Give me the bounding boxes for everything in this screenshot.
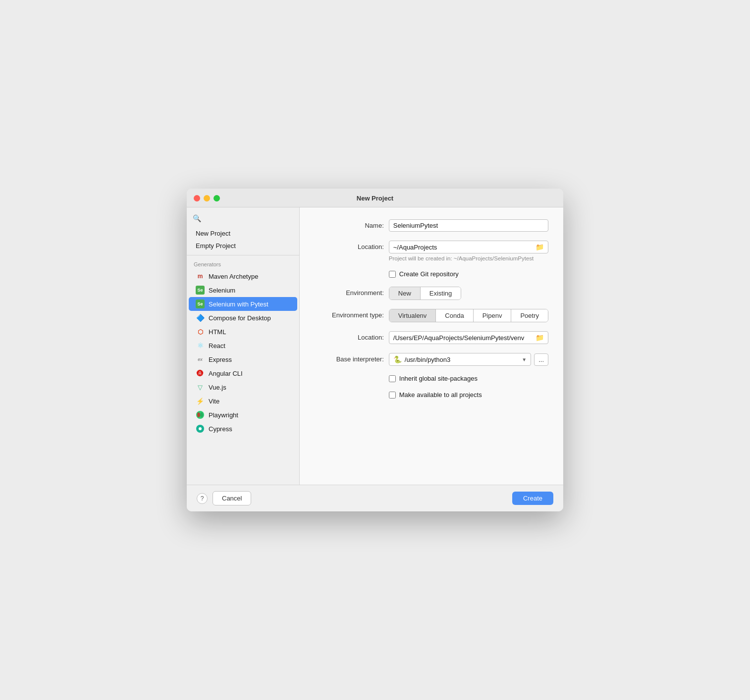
vue-label: Vue.js — [209, 384, 226, 391]
cypress-icon — [196, 424, 205, 433]
svg-point-2 — [200, 412, 203, 417]
sidebar-item-playwright[interactable]: Playwright — [189, 408, 297, 422]
html-icon: ⬡ — [196, 327, 205, 336]
sidebar-item-express[interactable]: ex Express — [189, 352, 297, 366]
interpreter-more-button[interactable]: ... — [534, 353, 548, 366]
env-new-button[interactable]: New — [389, 287, 421, 300]
make-available-row: Make available to all projects — [389, 391, 548, 399]
env-type-pipenv[interactable]: Pipenv — [474, 309, 512, 322]
sidebar-item-new-project[interactable]: New Project — [189, 227, 297, 240]
react-icon: ⚛ — [196, 341, 205, 350]
search-icon: 🔍 — [193, 214, 201, 222]
name-row: Name: — [315, 219, 548, 232]
environment-control: New Existing — [389, 287, 548, 300]
vite-icon: ⚡ — [196, 397, 205, 405]
sidebar-item-empty-project[interactable]: Empty Project — [189, 240, 297, 252]
location-folder-button[interactable]: 📁 — [532, 241, 548, 253]
sidebar-item-cypress[interactable]: Cypress — [189, 422, 297, 436]
new-project-label: New Project — [196, 230, 230, 237]
express-label: Express — [209, 356, 232, 363]
chevron-down-icon: ▼ — [522, 357, 527, 362]
close-button[interactable] — [194, 195, 200, 201]
search-wrap[interactable]: 🔍 — [193, 214, 293, 222]
make-available-label: Make available to all projects — [399, 391, 482, 399]
help-button[interactable]: ? — [197, 493, 208, 504]
maven-label: Maven Archetype — [209, 273, 258, 280]
svg-point-4 — [199, 427, 202, 430]
environment-row: Environment: New Existing — [315, 287, 548, 300]
sidebar-item-compose-for-desktop[interactable]: 🔷 Compose for Desktop — [189, 311, 297, 325]
make-available-checkbox[interactable] — [389, 392, 396, 399]
generators-label: Generators — [187, 257, 299, 269]
base-interpreter-row: Base interpreter: 🐍 /usr/bin/python3 ▼ .… — [315, 353, 548, 366]
footer-left: ? Cancel — [197, 491, 251, 505]
create-git-checkbox[interactable] — [389, 271, 396, 278]
dialog-title: New Project — [357, 195, 393, 202]
selenium-label: Selenium — [209, 287, 235, 294]
name-label: Name: — [315, 219, 384, 229]
footer: ? Cancel Create — [187, 485, 563, 511]
env-location-control: 📁 — [389, 331, 548, 344]
environment-toggle: New Existing — [389, 287, 462, 300]
env-location-input-wrap: 📁 — [389, 331, 548, 344]
location-label: Location: — [315, 241, 384, 250]
express-icon: ex — [196, 355, 205, 364]
location-row: Location: 📁 Project will be created in: … — [315, 241, 548, 261]
sidebar-item-maven-archetype[interactable]: m Maven Archetype — [189, 269, 297, 283]
maven-icon: m — [196, 272, 205, 281]
env-type-control: Virtualenv Conda Pipenv Poetry — [389, 309, 548, 322]
sidebar-top-section: New Project Empty Project — [187, 227, 299, 255]
interpreter-select[interactable]: 🐍 /usr/bin/python3 ▼ — [389, 353, 531, 366]
maximize-button[interactable] — [214, 195, 220, 201]
sidebar-item-react[interactable]: ⚛ React — [189, 339, 297, 352]
search-bar: 🔍 — [187, 212, 299, 227]
traffic-lights — [194, 195, 220, 201]
html-label: HTML — [209, 328, 226, 336]
environment-label: Environment: — [315, 287, 384, 297]
sidebar-item-html[interactable]: ⬡ HTML — [189, 325, 297, 339]
env-existing-button[interactable]: Existing — [421, 287, 461, 300]
env-type-conda[interactable]: Conda — [436, 309, 473, 322]
env-location-folder-button[interactable]: 📁 — [532, 332, 548, 344]
name-input[interactable] — [389, 219, 548, 232]
create-git-row: Create Git repository — [389, 270, 548, 278]
inherit-checkbox[interactable] — [389, 375, 396, 382]
cypress-label: Cypress — [209, 425, 232, 433]
name-control — [389, 219, 548, 232]
main-content: 🔍 New Project Empty Project Generators m… — [187, 207, 563, 485]
env-type-label: Environment type: — [315, 309, 384, 319]
location-input[interactable] — [389, 242, 532, 253]
svg-point-1 — [197, 412, 200, 417]
sidebar: 🔍 New Project Empty Project Generators m… — [187, 207, 300, 485]
env-type-poetry[interactable]: Poetry — [511, 309, 548, 322]
playwright-label: Playwright — [209, 411, 238, 419]
sidebar-item-selenium[interactable]: Se Selenium — [189, 283, 297, 297]
location-control: 📁 Project will be created in: ~/AquaProj… — [389, 241, 548, 261]
selenium-icon: Se — [196, 286, 205, 295]
vue-icon: ▽ — [196, 383, 205, 392]
sidebar-item-selenium-with-pytest[interactable]: Se Selenium with Pytest — [189, 297, 297, 311]
create-button[interactable]: Create — [512, 492, 553, 505]
sidebar-item-vue-js[interactable]: ▽ Vue.js — [189, 380, 297, 394]
create-git-label: Create Git repository — [399, 270, 459, 278]
env-type-row: Environment type: Virtualenv Conda Pipen… — [315, 309, 548, 322]
titlebar: New Project — [187, 189, 563, 207]
cancel-button[interactable]: Cancel — [213, 491, 251, 505]
base-interpreter-control: 🐍 /usr/bin/python3 ▼ ... — [389, 353, 548, 366]
selenium-pytest-icon: Se — [196, 300, 205, 308]
empty-project-label: Empty Project — [196, 242, 236, 250]
sidebar-item-vite[interactable]: ⚡ Vite — [189, 394, 297, 408]
angular-label: Angular CLI — [209, 370, 243, 377]
minimize-button[interactable] — [204, 195, 210, 201]
inherit-row: Inherit global site-packages — [389, 375, 548, 382]
new-project-dialog: New Project 🔍 New Project Empty Project … — [187, 189, 563, 511]
env-type-virtualenv[interactable]: Virtualenv — [389, 309, 436, 322]
react-label: React — [209, 342, 225, 350]
angular-icon: 🅐 — [196, 369, 205, 378]
compose-label: Compose for Desktop — [209, 314, 271, 322]
location-hint: Project will be created in: ~/AquaProjec… — [389, 255, 548, 261]
selenium-pytest-label: Selenium with Pytest — [209, 300, 268, 308]
sidebar-item-angular-cli[interactable]: 🅐 Angular CLI — [189, 366, 297, 380]
env-location-input[interactable] — [389, 332, 532, 344]
form-panel: Name: Location: 📁 Project will be create… — [300, 207, 563, 485]
